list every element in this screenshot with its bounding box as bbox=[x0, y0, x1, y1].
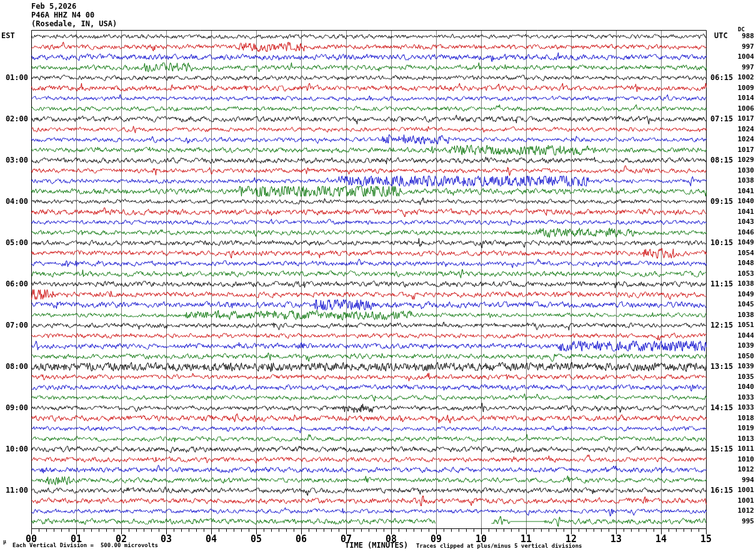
dc-value: 1010 bbox=[725, 456, 754, 463]
title-station: P46A HHZ N4 00 bbox=[31, 11, 117, 19]
title-location: (Rosedale, IN, USA) bbox=[31, 19, 117, 28]
x-tick-label: 15 bbox=[694, 535, 719, 544]
dc-value: 1033 bbox=[725, 404, 754, 411]
est-time-label: 02:00 bbox=[0, 114, 28, 123]
dc-value: 1035 bbox=[725, 373, 754, 381]
dc-value: 1012 bbox=[725, 507, 754, 515]
title-date: Feb 5,2026 bbox=[31, 2, 117, 11]
helicorder-page: Feb 5,2026 P46A HHZ N4 00 (Rosedale, IN,… bbox=[0, 0, 756, 554]
x-axis-title: TIME (MINUTES) bbox=[345, 541, 408, 550]
dc-value: 1017 bbox=[725, 115, 754, 123]
dc-value: 1038 bbox=[725, 177, 754, 184]
dc-value: 1011 bbox=[725, 445, 754, 453]
dc-value: 1039 bbox=[725, 363, 754, 370]
est-time-label: 10:00 bbox=[0, 445, 28, 453]
left-timezone-header: EST bbox=[1, 32, 15, 40]
dc-value: 1040 bbox=[725, 383, 754, 391]
dc-value: 1030 bbox=[725, 167, 754, 174]
dc-value: 1033 bbox=[725, 394, 754, 401]
dc-value: 1038 bbox=[725, 311, 754, 319]
dc-value: 1050 bbox=[725, 353, 754, 360]
dc-value: 1054 bbox=[725, 249, 754, 257]
dc-value: 1046 bbox=[725, 229, 754, 236]
dc-value: 1004 bbox=[725, 53, 754, 61]
helicorder-trace-canvas bbox=[0, 0, 756, 554]
dc-value: 1041 bbox=[725, 188, 754, 195]
x-tick-label: 13 bbox=[604, 535, 629, 544]
x-tick-label: 05 bbox=[244, 535, 269, 544]
division-note: Each Vertical Division = 500.00 microvol… bbox=[12, 543, 158, 549]
est-time-label: 11:00 bbox=[0, 486, 28, 495]
dc-value: 1009 bbox=[725, 84, 754, 92]
dc-value: 1014 bbox=[725, 94, 754, 102]
est-time-label: 04:00 bbox=[0, 197, 28, 206]
dc-value: 1040 bbox=[725, 198, 754, 205]
dc-value: 1045 bbox=[725, 301, 754, 308]
dc-value: 1053 bbox=[725, 270, 754, 278]
est-time-label: 07:00 bbox=[0, 321, 28, 330]
dc-value: 1029 bbox=[725, 156, 754, 164]
dc-value: 1018 bbox=[725, 415, 754, 422]
x-tick-label: 06 bbox=[289, 535, 314, 544]
clip-note: Traces clipped at plus/minus 5 vertical … bbox=[416, 543, 582, 550]
dc-value: 1006 bbox=[725, 105, 754, 113]
dc-value: 1043 bbox=[725, 218, 754, 226]
dc-value: 1001 bbox=[725, 497, 754, 505]
dc-value: 1049 bbox=[725, 291, 754, 298]
dc-value: 997 bbox=[725, 64, 754, 71]
dc-value: 1024 bbox=[725, 136, 754, 143]
dc-value: 1041 bbox=[725, 208, 754, 216]
dc-value: 988 bbox=[725, 33, 754, 40]
est-time-label: 06:00 bbox=[0, 280, 28, 288]
dc-value: 1012 bbox=[725, 466, 754, 473]
dc-value: 1044 bbox=[725, 332, 754, 340]
est-time-label: 08:00 bbox=[0, 362, 28, 371]
est-time-label: 05:00 bbox=[0, 238, 28, 247]
dc-value: 1013 bbox=[725, 435, 754, 443]
micro-mark: µ bbox=[3, 540, 6, 545]
dc-value: 1017 bbox=[725, 146, 754, 154]
dc-value: 1024 bbox=[725, 126, 754, 133]
dc-value: 1051 bbox=[725, 321, 754, 329]
dc-value: 1001 bbox=[725, 486, 754, 494]
dc-value: 1049 bbox=[725, 239, 754, 246]
title-block: Feb 5,2026 P46A HHZ N4 00 (Rosedale, IN,… bbox=[31, 2, 117, 28]
dc-value: 1002 bbox=[725, 74, 754, 81]
dc-value: 994 bbox=[725, 476, 754, 484]
x-tick-label: 04 bbox=[199, 535, 224, 544]
x-tick-label: 14 bbox=[649, 535, 674, 544]
dc-value: 1038 bbox=[725, 280, 754, 288]
dc-value: 1039 bbox=[725, 342, 754, 350]
dc-value: 995 bbox=[725, 518, 754, 525]
est-time-label: 01:00 bbox=[0, 73, 28, 82]
est-time-label: 03:00 bbox=[0, 156, 28, 164]
dc-value: 1048 bbox=[725, 259, 754, 267]
est-time-label: 09:00 bbox=[0, 403, 28, 412]
dc-value: 1019 bbox=[725, 425, 754, 432]
dc-value: 997 bbox=[725, 43, 754, 51]
